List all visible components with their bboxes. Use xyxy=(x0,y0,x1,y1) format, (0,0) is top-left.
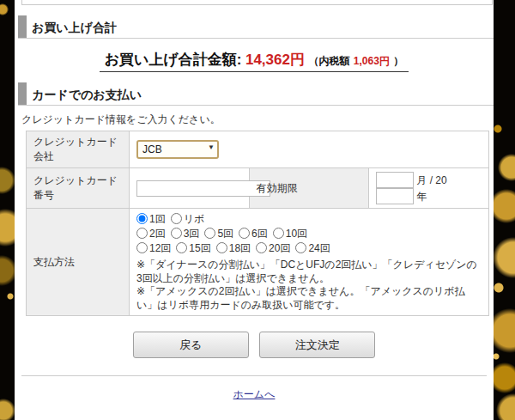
order-submit-button[interactable]: 注文決定 xyxy=(259,332,375,358)
payment-option-radio[interactable] xyxy=(256,242,267,253)
total-label: お買い上げ合計金額: xyxy=(105,52,242,68)
payment-option-label: 20回 xyxy=(269,242,290,254)
total-underline: お買い上げ合計金額: 14,362円 （内税額 1,063円 ） xyxy=(100,50,409,72)
payment-option-radio[interactable] xyxy=(176,242,187,253)
button-row: 戻る 注文決定 xyxy=(15,332,494,358)
expiry-month-unit: 月 / 20 xyxy=(416,174,446,186)
home-link-row: ホームへ xyxy=(15,386,494,402)
payment-option-row: 12回15回18回20回24回 xyxy=(136,241,482,256)
tax-close: ） xyxy=(393,55,403,67)
payment-options-group: 1回リボ2回3回5回6回10回12回15回18回20回24回 xyxy=(136,212,482,256)
payment-note-1: ※「ダイナースの分割払い」「DCとUFJの2回払い」「クレディセゾンの3回以上の… xyxy=(136,259,482,285)
payment-note-2: ※「アメックスの2回払い」は選択できません。「アメックスのリボ払い」はリボ専用カ… xyxy=(136,285,482,312)
card-number-label: クレジットカード番号 xyxy=(27,168,130,209)
payment-option-label: 10回 xyxy=(286,228,307,240)
payment-option-label: 15回 xyxy=(189,242,210,254)
section-header-bar xyxy=(18,15,27,38)
home-link[interactable]: ホームへ xyxy=(233,388,276,400)
card-number-cell xyxy=(130,168,250,209)
payment-option-radio[interactable] xyxy=(171,228,182,239)
payment-option[interactable]: 3回 xyxy=(171,228,200,240)
payment-option[interactable]: 24回 xyxy=(295,242,330,254)
total-amount: 14,362円 xyxy=(245,52,305,68)
payment-option[interactable]: 10回 xyxy=(273,228,307,240)
card-company-cell: JCB ▼ xyxy=(130,131,489,168)
payment-method-cell: 1回リボ2回3回5回6回10回12回15回18回20回24回 ※「ダイナースの分… xyxy=(130,209,489,316)
payment-option[interactable]: リボ xyxy=(171,213,205,225)
expiry-year-unit: 年 xyxy=(416,191,427,203)
back-button[interactable]: 戻る xyxy=(133,332,249,358)
card-company-row: クレジットカード会社 JCB ▼ xyxy=(27,131,489,168)
total-line: お買い上げ合計金額: 14,362円 （内税額 1,063円 ） xyxy=(15,50,494,72)
expiry-month-input[interactable] xyxy=(376,172,414,188)
main-content-panel: お買い上げ合計 お買い上げ合計金額: 14,362円 （内税額 1,063円 ）… xyxy=(15,0,494,420)
payment-option-row: 2回3回5回6回10回 xyxy=(136,227,482,241)
payment-option-label: 3回 xyxy=(184,228,200,240)
payment-option-label: リボ xyxy=(184,213,205,225)
payment-option-label: 24回 xyxy=(308,242,330,254)
payment-option-label: 1回 xyxy=(149,213,166,225)
payment-option[interactable]: 18回 xyxy=(216,242,251,254)
section-header-bar xyxy=(18,82,27,105)
payment-option[interactable]: 5回 xyxy=(204,228,233,240)
payment-option-label: 2回 xyxy=(149,228,166,240)
payment-option[interactable]: 1回 xyxy=(136,213,166,225)
tax-amount: 1,063円 xyxy=(354,55,390,67)
payment-option[interactable]: 20回 xyxy=(256,242,290,254)
section-title: カードでのお支払い xyxy=(32,88,142,105)
card-company-label: クレジットカード会社 xyxy=(27,131,130,168)
payment-option[interactable]: 12回 xyxy=(136,242,171,254)
divider xyxy=(21,375,487,376)
payment-option-radio[interactable] xyxy=(204,228,215,239)
section-title: お買い上げ合計 xyxy=(32,21,117,38)
payment-option-label: 18回 xyxy=(229,242,251,254)
payment-notes: ※「ダイナースの分割払い」「DCとUFJの2回払い」「クレディセゾンの3回以上の… xyxy=(136,259,482,312)
tax-open: （内税額 xyxy=(308,55,349,67)
expiry-year-input[interactable] xyxy=(376,188,414,204)
payment-option-label: 12回 xyxy=(149,242,171,254)
card-number-input[interactable] xyxy=(136,180,270,197)
section-header-card-payment: カードでのお支払い xyxy=(18,82,494,106)
payment-method-label: 支払方法 xyxy=(27,209,130,316)
payment-option-radio[interactable] xyxy=(216,242,227,253)
payment-option-label: 6回 xyxy=(251,228,268,240)
payment-option-radio[interactable] xyxy=(136,242,148,253)
card-number-row: クレジットカード番号 有効期限 月 / 20年 xyxy=(27,168,489,209)
payment-option-radio[interactable] xyxy=(136,228,148,239)
payment-option-radio[interactable] xyxy=(136,213,148,224)
card-company-select[interactable]: JCB xyxy=(136,140,219,159)
payment-option-radio[interactable] xyxy=(171,213,182,224)
payment-option-radio[interactable] xyxy=(295,242,306,253)
payment-option-radio[interactable] xyxy=(239,228,250,239)
section-header-purchase-total: お買い上げ合計 xyxy=(18,15,494,39)
expiry-label: 有効期限 xyxy=(249,168,369,209)
payment-option-radio[interactable] xyxy=(273,228,284,239)
payment-method-row: 支払方法 1回リボ2回3回5回6回10回12回15回18回20回24回 ※「ダイ… xyxy=(27,209,489,316)
previous-table-cutoff xyxy=(21,0,493,5)
card-company-select-wrap: JCB ▼ xyxy=(136,140,219,159)
card-form-table: クレジットカード会社 JCB ▼ クレジットカード番号 有効期限 月 / 20年 xyxy=(26,131,489,316)
card-instruction: クレジットカード情報をご入力ください。 xyxy=(21,113,494,127)
payment-option-row: 1回リボ xyxy=(136,212,482,227)
expiry-cell: 月 / 20年 xyxy=(369,168,489,209)
payment-option[interactable]: 6回 xyxy=(239,228,268,240)
payment-option-label: 5回 xyxy=(217,228,233,240)
payment-option[interactable]: 2回 xyxy=(136,228,166,240)
payment-option[interactable]: 15回 xyxy=(176,242,210,254)
